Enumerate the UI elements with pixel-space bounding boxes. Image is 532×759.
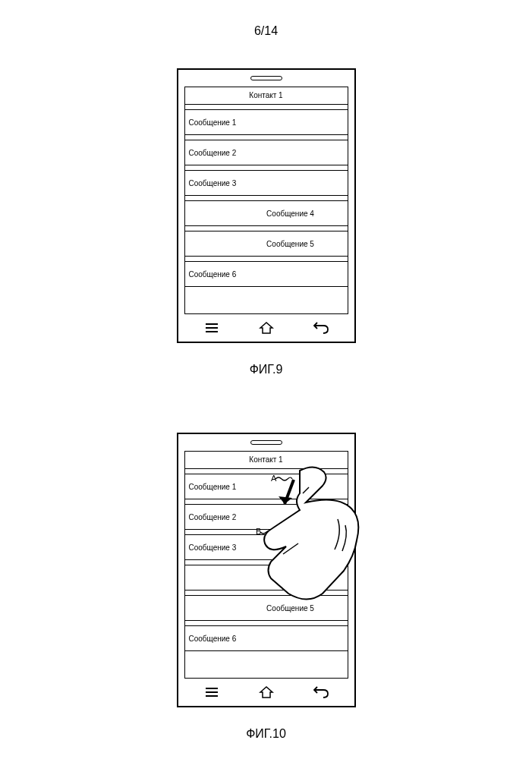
message-label: Сообщение 6 [189,270,237,279]
message-label: Сообщение 1 [189,483,237,491]
phone-device: Контакт 1 Сообщение 1 Сообщение 2 Сообще… [177,68,356,343]
menu-icon[interactable] [201,685,222,700]
nav-bar [184,319,348,337]
message-row[interactable]: Сообщение 3 [184,534,348,560]
message-label: Сообщение 5 [266,604,314,613]
figure-caption: ФИГ.10 [246,727,286,741]
message-list: Сообщение 1 Сообщение 2 Сообщение 3 Сооб… [185,109,348,287]
page-number: 6/14 [0,24,532,38]
phone-screen: Контакт 1 Сообщение 1 Сообщение 2 Сообще… [184,451,348,679]
phone-screen: Контакт 1 Сообщение 1 Сообщение 2 Сообще… [184,87,348,314]
menu-icon[interactable] [201,320,222,335]
message-row[interactable]: Сообщение 4 [184,200,348,226]
speaker-slot [250,76,282,80]
message-list: Сообщение 1 Сообщение 2 Сообщение 3 Сооб… [185,474,348,651]
message-label: Сообщение 1 [189,118,237,127]
nav-bar [184,683,348,701]
message-row[interactable]: Сообщение 6 [184,625,348,651]
message-row[interactable] [184,565,348,591]
message-row[interactable]: Сообщение 5 [184,231,348,257]
message-label: Сообщение 5 [266,240,314,248]
message-label: Сообщение 2 [189,513,237,521]
speaker-slot [250,440,282,445]
message-row[interactable]: Сообщение 5 [184,595,348,621]
back-icon[interactable] [310,320,332,335]
phone-device: Контакт 1 Сообщение 1 Сообщение 2 Сообще… [177,433,356,707]
home-icon[interactable] [256,320,277,335]
message-label: Сообщение 3 [189,179,237,187]
home-icon[interactable] [256,685,277,700]
message-row[interactable]: Сообщение 2 [184,140,348,165]
message-label: Сообщение 4 [266,209,314,218]
message-row[interactable]: Сообщение 6 [184,261,348,287]
figure-9: Контакт 1 Сообщение 1 Сообщение 2 Сообще… [0,68,532,376]
message-row[interactable]: Сообщение 3 [184,170,348,196]
message-label: Сообщение 3 [189,543,237,552]
message-row[interactable]: Сообщение 1 [184,474,348,499]
message-label: Сообщение 2 [189,149,237,157]
message-row[interactable]: Сообщение 1 [184,109,348,135]
back-icon[interactable] [310,685,332,700]
message-row[interactable]: Сообщение 2 [184,504,348,530]
contact-title: Контакт 1 [185,452,348,469]
message-label: Сообщение 6 [189,635,237,643]
figure-caption: ФИГ.9 [250,363,283,376]
contact-title: Контакт 1 [185,87,348,105]
patent-figure-page: 6/14 Контакт 1 Сообщение 1 Сообщение 2 С… [0,0,532,759]
figure-10: Контакт 1 Сообщение 1 Сообщение 2 Сообще… [0,433,532,741]
